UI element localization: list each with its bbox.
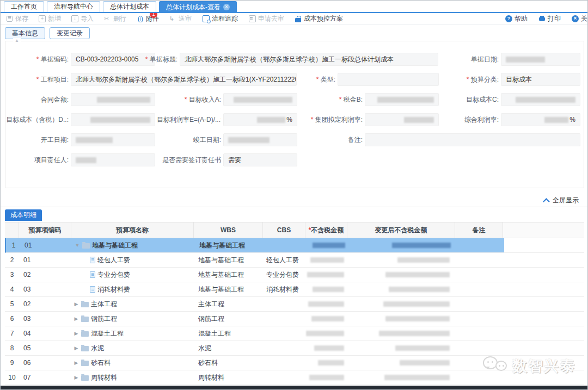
- cell-budget-name: ▼ 地基与基础工程: [72, 238, 195, 252]
- cell-budget-code: 02: [19, 297, 71, 311]
- row-number: 3: [5, 268, 19, 282]
- tab-change-log[interactable]: 变更记录: [50, 27, 90, 39]
- table-row[interactable]: 8 05 ▶ 水泥 水泥: [5, 341, 584, 356]
- cell-cbs: [263, 326, 305, 341]
- doc-date-field[interactable]: [501, 53, 580, 66]
- send-review-button[interactable]: 送审: [169, 14, 192, 23]
- help-button[interactable]: 帮助: [505, 14, 528, 23]
- field-label: 预算分类:: [452, 73, 499, 86]
- col-amount-changed[interactable]: 变更后不含税金额: [347, 222, 455, 238]
- table-row[interactable]: 10 07 ▶ 周转材料 周转材料: [5, 370, 584, 385]
- masked-value: [506, 57, 545, 63]
- tree-toggle-icon[interactable]: ▶: [74, 316, 79, 321]
- cell-budget-name: ▶ 水泥: [71, 341, 194, 355]
- finish-date-field[interactable]: [223, 133, 297, 146]
- target-cost-field[interactable]: [501, 93, 580, 106]
- cost-precontrol-button[interactable]: 成本预控方案: [295, 14, 343, 23]
- cell-cbs: 轻包人工费: [263, 253, 305, 267]
- cell-amount: [305, 282, 347, 296]
- start-date-field[interactable]: [71, 133, 155, 146]
- save-button[interactable]: 保存: [6, 14, 28, 23]
- tree-toggle-icon[interactable]: ▼: [75, 243, 80, 248]
- group-profit-rate-field[interactable]: [365, 113, 439, 126]
- cell-amount-changed: [347, 341, 455, 355]
- attachment-button[interactable]: 附件1: [137, 14, 159, 23]
- print-button[interactable]: 打印: [538, 14, 561, 23]
- target-profit-rate-field[interactable]: %: [223, 113, 297, 126]
- table-row[interactable]: 6 03 ▶ 钢筋工程 钢筋工程: [5, 312, 584, 326]
- cell-budget-code: 03: [19, 312, 71, 326]
- table-row[interactable]: 5 02 ▶ 主体工程 主体工程: [5, 297, 584, 312]
- tree-toggle-icon[interactable]: ▶: [74, 360, 79, 366]
- add-button[interactable]: 新增: [39, 14, 61, 23]
- overall-profit-rate-field[interactable]: %: [501, 113, 580, 126]
- col-note[interactable]: 备注: [455, 222, 503, 238]
- field-label: 目标成本C:: [452, 93, 499, 106]
- tree-toggle-icon[interactable]: ▶: [74, 345, 79, 351]
- col-rownum: [5, 222, 19, 238]
- table-row[interactable]: 9 06 ▶ 砂石料 砂石料: [5, 356, 584, 370]
- import-icon: [71, 15, 78, 22]
- folder-icon: [81, 302, 89, 307]
- fullscreen-toggle[interactable]: 全屏显示: [545, 196, 579, 205]
- delete-row-button[interactable]: 删行: [104, 14, 126, 23]
- tab-basic-info[interactable]: 基本信息: [5, 27, 45, 39]
- table-row[interactable]: 4 03 消耗材料费 地基与基础工程 消耗材料费: [5, 282, 584, 297]
- target-income-field[interactable]: [223, 93, 297, 106]
- tab-cost-detail[interactable]: 成本明细: [5, 209, 42, 221]
- table-row[interactable]: 7 04 ▶ 混凝土工程 混凝土工程: [5, 326, 584, 341]
- cell-note: [456, 238, 504, 252]
- cell-amount: [305, 356, 347, 370]
- project-field[interactable]: 北师大鄂尔多斯附属学校（鄂尔多斯足球学校）施工一标段1(X-YF20211222…: [71, 73, 297, 86]
- tree-toggle-icon[interactable]: ▶: [74, 375, 79, 380]
- responsibility-letter-field[interactable]: 需要: [223, 153, 297, 166]
- type-field[interactable]: [338, 73, 439, 86]
- cell-amount: [305, 326, 347, 341]
- masked-value: [90, 117, 150, 123]
- tree-toggle-icon[interactable]: ▶: [74, 301, 79, 307]
- cell-note: [455, 297, 503, 311]
- tax-field[interactable]: [365, 93, 439, 106]
- flow-trace-button[interactable]: 流程追踪: [202, 14, 238, 23]
- table-row[interactable]: 1 01 ▼ 地基与基础工程 地基与基础工程: [5, 238, 584, 253]
- col-amount[interactable]: 不含税金额: [305, 222, 347, 238]
- project-manager-field[interactable]: [71, 153, 155, 166]
- cell-wbs: 主体工程: [194, 297, 263, 311]
- cell-wbs: 水泥: [194, 341, 263, 355]
- cell-cbs: [263, 356, 305, 370]
- table-row[interactable]: 2 01 轻包人工费 地基与基础工程 轻包人工费: [5, 253, 584, 268]
- col-wbs[interactable]: WBS: [194, 222, 263, 238]
- remarks-field[interactable]: [365, 133, 580, 146]
- cell-cbs: [263, 312, 305, 326]
- field-label: 税金B:: [304, 93, 363, 106]
- tab-total-plan-cost-view[interactable]: 总体计划成本-查看: [159, 1, 237, 12]
- tab-process-nav[interactable]: 流程导航中心: [47, 1, 100, 12]
- contract-amount-field[interactable]: [71, 93, 155, 106]
- field-label: 单据日期:: [452, 53, 499, 66]
- import-button[interactable]: 导入: [71, 14, 94, 23]
- tab-total-plan-cost[interactable]: 总体计划成本: [103, 1, 156, 12]
- field-label: 是否需要签订责任书:: [162, 153, 221, 166]
- panel-collapse-icon[interactable]: ▲: [13, 38, 21, 43]
- add-icon: [39, 15, 46, 22]
- cell-filler: [503, 282, 584, 296]
- tab-close-icon[interactable]: [223, 4, 230, 10]
- field-label: 综合利润率:: [452, 113, 499, 126]
- target-cost-taxed-field[interactable]: [71, 113, 155, 126]
- budget-class-field[interactable]: 目标成本: [501, 73, 580, 86]
- toolbar-right: 帮助 打印 关闭: [494, 14, 587, 23]
- col-cbs[interactable]: CBS: [263, 222, 305, 238]
- table-row[interactable]: 3 02 专业分包费 地基与基础工程 专业分包费: [5, 268, 584, 282]
- close-button[interactable]: 关闭: [572, 14, 587, 23]
- cell-amount-changed: [347, 282, 455, 296]
- tree-toggle-icon[interactable]: ▶: [74, 331, 79, 336]
- masked-value: [516, 97, 575, 103]
- cell-budget-name: ▶ 砂石料: [71, 356, 194, 370]
- tab-work-home[interactable]: 工作首页: [4, 1, 44, 12]
- col-code[interactable]: 预算项编码: [19, 222, 71, 238]
- doc-title-field[interactable]: 北师大鄂尔多斯附属学校（鄂尔多斯足球学校）施工一标段总体计划成本: [180, 53, 438, 66]
- cost-detail-table: 预算项编码 预算项名称 WBS CBS 不含税金额 变更后不含税金额 备注 1 …: [5, 222, 584, 385]
- unapprove-button[interactable]: 申请去审: [248, 14, 284, 23]
- col-name[interactable]: 预算项名称: [71, 222, 194, 238]
- document-tabbar: 工作首页 流程导航中心 总体计划成本 总体计划成本-查看: [1, 1, 587, 13]
